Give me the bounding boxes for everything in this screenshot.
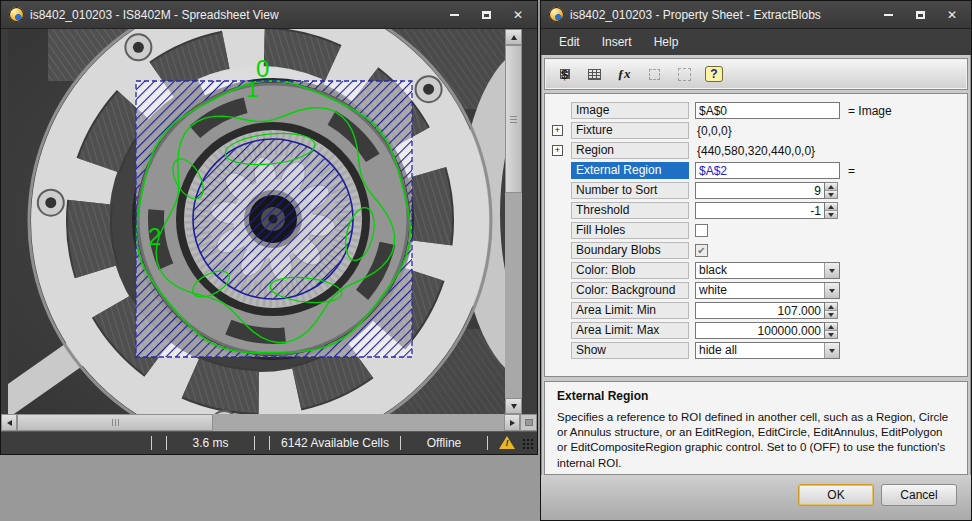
boundary-blobs-checkbox[interactable]: ✔ <box>695 244 708 257</box>
right-titlebar[interactable]: is8402_010203 - Property Sheet - Extract… <box>541 1 971 29</box>
warning-icon: ! <box>497 435 517 451</box>
prop-label-area-limit-min[interactable]: Area Limit: Min <box>571 302 689 319</box>
threshold-spin-down[interactable] <box>825 210 837 218</box>
show-dropdown[interactable]: hide all <box>695 342 840 359</box>
prop-row-fill-holes: Fill Holes <box>549 222 963 239</box>
menu-bar: Edit Insert Help <box>541 29 971 55</box>
prop-label-fixture[interactable]: Fixture <box>571 122 689 139</box>
prop-row-boundary-blobs: Boundary Blobs✔ <box>549 242 963 259</box>
left-window-title: is8402_010203 - IS8402M - Spreadsheet Vi… <box>30 8 435 22</box>
area-limit-max-spin-down[interactable] <box>825 330 837 338</box>
prop-row-region: +Region{440,580,320,440,0,0} <box>549 142 963 159</box>
minimize-button[interactable] <box>441 4 467 26</box>
prop-label-show[interactable]: Show <box>571 342 689 359</box>
prop-row-threshold: Threshold <box>549 202 963 219</box>
row-gutter: + <box>549 145 571 156</box>
insert-grid-icon[interactable] <box>581 62 607 86</box>
show-selected-value: hide all <box>696 343 824 358</box>
fill-holes-checkbox[interactable] <box>695 224 708 237</box>
scroll-right-button[interactable] <box>504 414 520 431</box>
menu-insert[interactable]: Insert <box>592 32 642 52</box>
prop-label-region[interactable]: Region <box>571 142 689 159</box>
prop-row-external-region: External Region= <box>549 162 963 179</box>
ok-button[interactable]: OK <box>798 484 874 506</box>
external-region-input[interactable] <box>695 162 840 179</box>
close-button[interactable]: ✕ <box>505 4 531 26</box>
area-limit-min-input[interactable] <box>695 302 825 319</box>
prop-label-area-limit-max[interactable]: Area Limit: Max <box>571 322 689 339</box>
show-dropdown-button[interactable] <box>824 343 839 358</box>
status-timing: 3.6 ms <box>168 432 253 454</box>
minimize-button[interactable] <box>875 4 901 26</box>
image-canvas[interactable]: 012 <box>8 29 505 414</box>
prop-label-color-blob[interactable]: Color: Blob <box>571 262 689 279</box>
desktop: is8402_010203 - IS8402M - Spreadsheet Vi… <box>0 0 972 521</box>
threshold-input[interactable] <box>695 202 825 219</box>
prop-label-threshold[interactable]: Threshold <box>571 202 689 219</box>
color-background-dropdown[interactable]: white <box>695 282 840 299</box>
horizontal-scroll-thumb[interactable] <box>17 414 213 431</box>
maximize-button[interactable] <box>473 4 499 26</box>
property-sheet-window: is8402_010203 - Property Sheet - Extract… <box>540 0 972 521</box>
expand-toggle-region[interactable]: + <box>552 145 563 156</box>
maximize-button[interactable] <box>907 4 933 26</box>
color-blob-dropdown-button[interactable] <box>824 263 839 278</box>
absolute-reference-icon[interactable]: $ <box>551 62 577 86</box>
prop-label-number-to-sort[interactable]: Number to Sort <box>571 182 689 199</box>
prop-value-image: = Image <box>695 102 892 119</box>
status-connection: Offline <box>402 432 486 454</box>
prop-label-boundary-blobs[interactable]: Boundary Blobs <box>571 242 689 259</box>
color-background-dropdown-button[interactable] <box>824 283 839 298</box>
resize-grip[interactable] <box>521 437 533 449</box>
color-blob-dropdown[interactable]: black <box>695 262 840 279</box>
scroll-down-button[interactable] <box>505 398 522 414</box>
area-limit-max-input[interactable] <box>695 322 825 339</box>
image-view-row: 012 <box>1 29 537 414</box>
prop-row-color-background: Color: Backgroundwhite <box>549 282 963 299</box>
prop-label-fill-holes[interactable]: Fill Holes <box>571 222 689 239</box>
area-limit-min-spin-up[interactable] <box>825 303 837 310</box>
threshold-spin-up[interactable] <box>825 203 837 210</box>
prop-label-color-background[interactable]: Color: Background <box>571 282 689 299</box>
prop-value-color-background: white <box>695 282 840 299</box>
prop-row-area-limit-max: Area Limit: Max <box>549 322 963 339</box>
vertical-scroll-track[interactable] <box>505 45 522 398</box>
row-gutter: + <box>549 125 571 136</box>
left-titlebar[interactable]: is8402_010203 - IS8402M - Spreadsheet Vi… <box>1 1 537 29</box>
status-available-cells: 6142 Available Cells <box>271 432 399 454</box>
scroll-left-button[interactable] <box>1 414 17 431</box>
number-to-sort-spin-down[interactable] <box>825 190 837 198</box>
prop-row-number-to-sort: Number to Sort <box>549 182 963 199</box>
description-panel: External Region Specifies a reference to… <box>544 381 968 475</box>
prop-label-image[interactable]: Image <box>571 102 689 119</box>
scroll-corner-box <box>520 414 537 431</box>
area-limit-min-spinner <box>825 302 838 319</box>
svg-text:2: 2 <box>148 223 161 250</box>
prop-row-color-blob: Color: Blobblack <box>549 262 963 279</box>
prop-value-threshold <box>695 202 838 219</box>
area-limit-min-spin-down[interactable] <box>825 310 837 318</box>
area-limit-max-spin-up[interactable] <box>825 323 837 330</box>
horizontal-scroll-track[interactable] <box>17 414 504 431</box>
prop-value-fill-holes <box>695 224 708 237</box>
number-to-sort-spin-up[interactable] <box>825 183 837 190</box>
help-icon[interactable]: ? <box>701 62 727 86</box>
prop-label-external-region[interactable]: External Region <box>571 162 689 179</box>
prop-row-show: Showhide all <box>549 342 963 359</box>
scroll-up-button[interactable] <box>505 29 522 45</box>
expand-toggle-fixture[interactable]: + <box>552 125 563 136</box>
prop-value-area-limit-max <box>695 322 838 339</box>
image-input[interactable] <box>695 102 840 119</box>
cancel-button[interactable]: Cancel <box>881 484 957 506</box>
prop-value-color-blob: black <box>695 262 840 279</box>
function-icon[interactable]: ƒx <box>611 62 637 86</box>
horizontal-scrollbar[interactable] <box>1 414 537 431</box>
vertical-scroll-thumb[interactable] <box>505 45 522 193</box>
number-to-sort-input[interactable] <box>695 182 825 199</box>
menu-help[interactable]: Help <box>644 32 689 52</box>
prop-value-external-region: = <box>695 162 855 179</box>
close-button[interactable]: ✕ <box>939 4 965 26</box>
menu-edit[interactable]: Edit <box>549 32 590 52</box>
color-background-selected-value: white <box>696 283 824 298</box>
vertical-scrollbar[interactable] <box>505 29 522 414</box>
